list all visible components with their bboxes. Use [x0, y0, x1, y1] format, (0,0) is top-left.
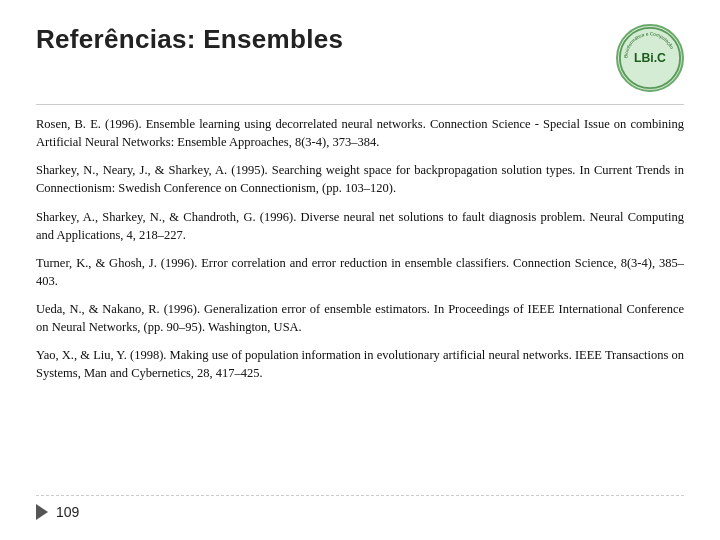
content-area: Rosen, B. E. (1996). Ensemble learning u… [36, 115, 684, 487]
reference-5-text: Ueda, N., & Nakano, R. (1996). Generaliz… [36, 302, 684, 334]
page-title: Referências: Ensembles [36, 24, 343, 55]
footer-area: 109 [36, 502, 684, 520]
svg-text:LBi.C: LBi.C [634, 51, 666, 65]
slide-container: Referências: Ensembles Bioinformática e … [0, 0, 720, 540]
header-divider [36, 104, 684, 105]
reference-1: Rosen, B. E. (1996). Ensemble learning u… [36, 115, 684, 151]
logo-area: Bioinformática e Computação LBi.C [616, 24, 684, 92]
footer-divider [36, 495, 684, 496]
reference-4-text: Turner, K., & Ghosh, J. (1996). Error co… [36, 256, 684, 288]
header-area: Referências: Ensembles Bioinformática e … [36, 24, 684, 92]
reference-3-text: Sharkey, A., Sharkey, N., & Chandroth, G… [36, 210, 684, 242]
logo-circle: Bioinformática e Computação LBi.C [616, 24, 684, 92]
reference-1-text: Rosen, B. E. (1996). Ensemble learning u… [36, 117, 684, 149]
reference-4: Turner, K., & Ghosh, J. (1996). Error co… [36, 254, 684, 290]
page-number: 109 [56, 504, 79, 520]
footer-arrow-icon [36, 504, 48, 520]
reference-6: Yao, X., & Liu, Y. (1998). Making use of… [36, 346, 684, 382]
reference-2: Sharkey, N., Neary, J., & Sharkey, A. (1… [36, 161, 684, 197]
reference-3: Sharkey, A., Sharkey, N., & Chandroth, G… [36, 208, 684, 244]
reference-5: Ueda, N., & Nakano, R. (1996). Generaliz… [36, 300, 684, 336]
reference-2-text: Sharkey, N., Neary, J., & Sharkey, A. (1… [36, 163, 684, 195]
reference-6-text: Yao, X., & Liu, Y. (1998). Making use of… [36, 348, 684, 380]
